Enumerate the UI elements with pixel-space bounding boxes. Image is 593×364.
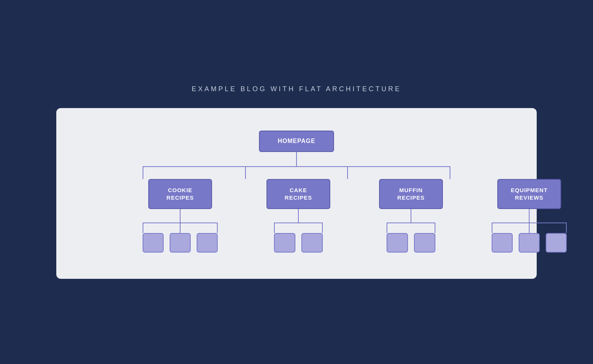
muffin-child-1 xyxy=(387,233,408,253)
l2-nodes-row: COOKIERECIPES CAKERECIPES xyxy=(143,179,450,253)
muffin-l3-tick-1 xyxy=(387,223,387,233)
equipment-vert-line xyxy=(529,209,530,223)
cake-child-1 xyxy=(274,233,295,253)
root-node: HOMEPAGE xyxy=(259,131,334,152)
muffin-vert-line xyxy=(411,209,411,223)
equipment-l3-tick-1 xyxy=(492,223,492,233)
cookie-recipes-node: COOKIERECIPES xyxy=(148,179,212,209)
cookie-vert-line xyxy=(180,209,181,223)
muffin-child-2 xyxy=(414,233,435,253)
cake-l3-tick-1 xyxy=(274,223,275,233)
diagram-container: HOMEPAGE COOKIERECIPES xyxy=(56,108,537,279)
cookie-child-1 xyxy=(143,233,164,253)
muffin-recipes-node: MUFFINRECIPES xyxy=(379,179,443,209)
equipment-l3-tick-3 xyxy=(566,223,567,233)
l2-column-muffin: MUFFINRECIPES xyxy=(379,179,443,253)
cake-l3-tick-2 xyxy=(322,223,323,233)
cookie-l3-nodes xyxy=(143,233,218,253)
l2-tick-1 xyxy=(143,167,143,179)
tree: HOMEPAGE COOKIERECIPES xyxy=(79,131,514,253)
page-title: EXAMPLE BLOG WITH FLAT ARCHITECTURE xyxy=(192,85,401,93)
l2-tick-3 xyxy=(347,167,348,179)
muffin-l3-nodes xyxy=(387,233,435,253)
equipment-child-1 xyxy=(492,233,513,253)
equipment-reviews-node: EQUIPMENTREVIEWS xyxy=(497,179,561,209)
l2-column-cookie: COOKIERECIPES xyxy=(143,179,218,253)
l2-column-equipment: EQUIPMENTREVIEWS xyxy=(492,179,567,253)
l2-tick-4 xyxy=(450,167,450,179)
muffin-l3-ticks xyxy=(387,223,435,233)
equipment-l3-tick-2 xyxy=(529,223,530,233)
cookie-l3-tick-1 xyxy=(143,223,143,233)
equipment-l3-nodes xyxy=(492,233,567,253)
cake-l3-nodes xyxy=(274,233,323,253)
equipment-child-3 xyxy=(546,233,567,253)
equipment-child-2 xyxy=(519,233,540,253)
cookie-l3-ticks xyxy=(143,223,218,233)
cake-child-2 xyxy=(301,233,323,253)
l2-column-cake: CAKERECIPES xyxy=(266,179,330,253)
cookie-child-2 xyxy=(170,233,191,253)
l2-ticks-row xyxy=(143,167,450,179)
muffin-l3-tick-2 xyxy=(435,223,435,233)
cake-vert-line xyxy=(298,209,299,223)
l2-h-connector xyxy=(143,166,450,167)
l2-tick-2 xyxy=(245,167,246,179)
cake-l3-ticks xyxy=(274,223,323,233)
cake-recipes-node: CAKERECIPES xyxy=(266,179,330,209)
root-vert-line xyxy=(296,152,297,166)
cookie-child-3 xyxy=(197,233,218,253)
cookie-l3-tick-2 xyxy=(180,223,181,233)
equipment-l3-ticks xyxy=(492,223,567,233)
cookie-l3-tick-3 xyxy=(217,223,218,233)
